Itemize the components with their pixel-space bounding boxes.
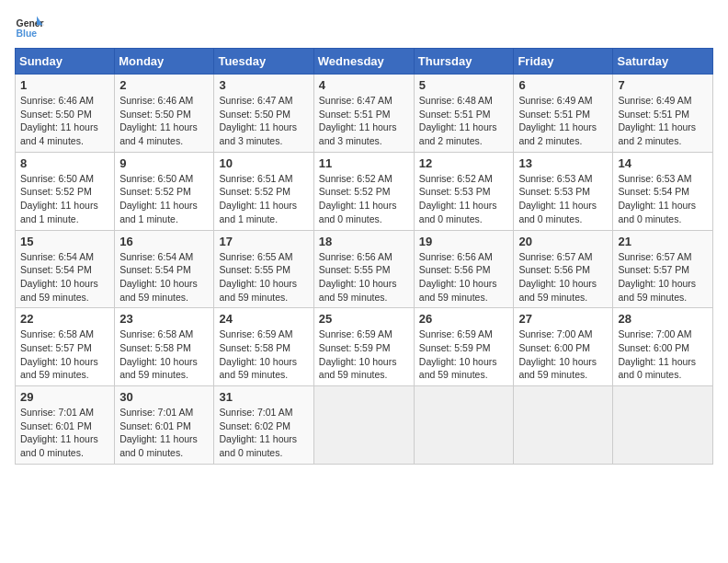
calendar-cell: 21Sunrise: 6:57 AMSunset: 5:57 PMDayligh… <box>613 230 713 308</box>
day-info: Sunrise: 6:49 AMSunset: 5:51 PMDaylight:… <box>618 94 708 148</box>
day-info: Sunrise: 6:59 AMSunset: 5:59 PMDaylight:… <box>419 327 509 382</box>
day-info: Sunrise: 6:57 AMSunset: 5:56 PMDaylight:… <box>518 250 608 304</box>
calendar-cell: 25Sunrise: 6:59 AMSunset: 5:59 PMDayligh… <box>313 308 414 386</box>
day-number: 14 <box>618 156 708 170</box>
day-info: Sunrise: 6:47 AMSunset: 5:51 PMDaylight:… <box>319 94 409 148</box>
calendar-cell: 11Sunrise: 6:52 AMSunset: 5:52 PMDayligh… <box>313 152 414 230</box>
day-number: 23 <box>119 312 209 326</box>
calendar-cell: 7Sunrise: 6:49 AMSunset: 5:51 PMDaylight… <box>613 75 713 153</box>
day-number: 18 <box>319 235 409 248</box>
day-info: Sunrise: 6:55 AMSunset: 5:55 PMDaylight:… <box>219 250 308 304</box>
svg-text:Blue: Blue <box>17 29 38 39</box>
week-row: 1Sunrise: 6:46 AMSunset: 5:50 PMDaylight… <box>16 75 713 153</box>
calendar-cell: 19Sunrise: 6:56 AMSunset: 5:56 PMDayligh… <box>414 230 514 308</box>
weekday-saturday: Saturday <box>613 49 713 75</box>
day-number: 20 <box>518 235 608 248</box>
day-info: Sunrise: 6:56 AMSunset: 5:55 PMDaylight:… <box>319 250 409 304</box>
week-row: 22Sunrise: 6:58 AMSunset: 5:57 PMDayligh… <box>16 308 713 386</box>
calendar-cell: 12Sunrise: 6:52 AMSunset: 5:53 PMDayligh… <box>414 152 514 230</box>
day-number: 29 <box>20 390 109 404</box>
day-info: Sunrise: 7:01 AMSunset: 6:01 PMDaylight:… <box>119 406 209 460</box>
calendar-cell: 30Sunrise: 7:01 AMSunset: 6:01 PMDayligh… <box>115 386 214 465</box>
weekday-thursday: Thursday <box>414 49 514 75</box>
day-number: 24 <box>219 312 308 326</box>
calendar-cell: 1Sunrise: 6:46 AMSunset: 5:50 PMDaylight… <box>16 75 115 153</box>
week-row: 8Sunrise: 6:50 AMSunset: 5:52 PMDaylight… <box>16 152 713 230</box>
day-info: Sunrise: 6:50 AMSunset: 5:52 PMDaylight:… <box>20 172 109 226</box>
day-info: Sunrise: 6:59 AMSunset: 5:59 PMDaylight:… <box>319 327 409 382</box>
day-info: Sunrise: 6:57 AMSunset: 5:57 PMDaylight:… <box>618 250 708 304</box>
day-info: Sunrise: 6:48 AMSunset: 5:51 PMDaylight:… <box>419 94 509 148</box>
day-info: Sunrise: 6:46 AMSunset: 5:50 PMDaylight:… <box>119 94 209 148</box>
calendar: SundayMondayTuesdayWednesdayThursdayFrid… <box>15 48 713 465</box>
calendar-cell <box>313 386 414 465</box>
day-number: 4 <box>319 78 409 92</box>
calendar-cell: 10Sunrise: 6:51 AMSunset: 5:52 PMDayligh… <box>214 152 313 230</box>
weekday-tuesday: Tuesday <box>214 49 313 75</box>
weekday-wednesday: Wednesday <box>313 49 414 75</box>
day-number: 26 <box>419 312 509 326</box>
day-number: 25 <box>319 312 409 326</box>
day-number: 13 <box>518 156 608 170</box>
week-row: 29Sunrise: 7:01 AMSunset: 6:01 PMDayligh… <box>16 386 713 465</box>
calendar-cell: 15Sunrise: 6:54 AMSunset: 5:54 PMDayligh… <box>16 230 115 308</box>
day-info: Sunrise: 6:50 AMSunset: 5:52 PMDaylight:… <box>119 172 209 226</box>
day-info: Sunrise: 6:59 AMSunset: 5:58 PMDaylight:… <box>219 327 308 382</box>
day-number: 3 <box>219 78 308 92</box>
day-info: Sunrise: 6:53 AMSunset: 5:53 PMDaylight:… <box>518 172 608 226</box>
weekday-friday: Friday <box>514 49 613 75</box>
day-number: 11 <box>319 156 409 170</box>
day-number: 27 <box>518 312 608 326</box>
calendar-cell: 29Sunrise: 7:01 AMSunset: 6:01 PMDayligh… <box>16 386 115 465</box>
day-info: Sunrise: 7:00 AMSunset: 6:00 PMDaylight:… <box>618 327 708 382</box>
weekday-monday: Monday <box>115 49 214 75</box>
calendar-cell: 14Sunrise: 6:53 AMSunset: 5:54 PMDayligh… <box>613 152 713 230</box>
calendar-cell: 6Sunrise: 6:49 AMSunset: 5:51 PMDaylight… <box>514 75 613 153</box>
day-number: 31 <box>219 390 308 404</box>
day-number: 19 <box>419 235 509 248</box>
calendar-cell: 27Sunrise: 7:00 AMSunset: 6:00 PMDayligh… <box>514 308 613 386</box>
day-number: 28 <box>618 312 708 326</box>
day-number: 2 <box>119 78 209 92</box>
calendar-body: 1Sunrise: 6:46 AMSunset: 5:50 PMDaylight… <box>16 75 713 465</box>
header: General Blue <box>15 15 713 40</box>
day-info: Sunrise: 6:54 AMSunset: 5:54 PMDaylight:… <box>119 250 209 304</box>
week-row: 15Sunrise: 6:54 AMSunset: 5:54 PMDayligh… <box>16 230 713 308</box>
calendar-cell: 3Sunrise: 6:47 AMSunset: 5:50 PMDaylight… <box>214 75 313 153</box>
day-number: 16 <box>119 235 209 248</box>
logo: General Blue <box>15 15 44 40</box>
calendar-cell: 4Sunrise: 6:47 AMSunset: 5:51 PMDaylight… <box>313 75 414 153</box>
calendar-cell: 31Sunrise: 7:01 AMSunset: 6:02 PMDayligh… <box>214 386 313 465</box>
calendar-cell: 8Sunrise: 6:50 AMSunset: 5:52 PMDaylight… <box>16 152 115 230</box>
day-info: Sunrise: 6:52 AMSunset: 5:53 PMDaylight:… <box>419 172 509 226</box>
day-info: Sunrise: 7:01 AMSunset: 6:01 PMDaylight:… <box>20 406 109 460</box>
day-info: Sunrise: 6:49 AMSunset: 5:51 PMDaylight:… <box>518 94 608 148</box>
calendar-cell: 24Sunrise: 6:59 AMSunset: 5:58 PMDayligh… <box>214 308 313 386</box>
day-info: Sunrise: 6:58 AMSunset: 5:58 PMDaylight:… <box>119 327 209 382</box>
day-info: Sunrise: 6:54 AMSunset: 5:54 PMDaylight:… <box>20 250 109 304</box>
day-number: 15 <box>20 235 109 248</box>
calendar-cell <box>414 386 514 465</box>
day-number: 6 <box>518 78 608 92</box>
day-info: Sunrise: 6:56 AMSunset: 5:56 PMDaylight:… <box>419 250 509 304</box>
calendar-cell: 22Sunrise: 6:58 AMSunset: 5:57 PMDayligh… <box>16 308 115 386</box>
day-info: Sunrise: 7:00 AMSunset: 6:00 PMDaylight:… <box>518 327 608 382</box>
day-number: 21 <box>618 235 708 248</box>
weekday-header: SundayMondayTuesdayWednesdayThursdayFrid… <box>16 49 713 75</box>
day-info: Sunrise: 6:46 AMSunset: 5:50 PMDaylight:… <box>20 94 109 148</box>
day-info: Sunrise: 6:52 AMSunset: 5:52 PMDaylight:… <box>319 172 409 226</box>
day-info: Sunrise: 6:53 AMSunset: 5:54 PMDaylight:… <box>618 172 708 226</box>
calendar-cell: 2Sunrise: 6:46 AMSunset: 5:50 PMDaylight… <box>115 75 214 153</box>
day-info: Sunrise: 7:01 AMSunset: 6:02 PMDaylight:… <box>219 406 308 460</box>
calendar-cell: 18Sunrise: 6:56 AMSunset: 5:55 PMDayligh… <box>313 230 414 308</box>
calendar-cell: 16Sunrise: 6:54 AMSunset: 5:54 PMDayligh… <box>115 230 214 308</box>
day-number: 1 <box>20 78 109 92</box>
day-number: 10 <box>219 156 308 170</box>
calendar-cell: 26Sunrise: 6:59 AMSunset: 5:59 PMDayligh… <box>414 308 514 386</box>
day-info: Sunrise: 6:51 AMSunset: 5:52 PMDaylight:… <box>219 172 308 226</box>
day-info: Sunrise: 6:47 AMSunset: 5:50 PMDaylight:… <box>219 94 308 148</box>
calendar-cell: 13Sunrise: 6:53 AMSunset: 5:53 PMDayligh… <box>514 152 613 230</box>
calendar-cell: 9Sunrise: 6:50 AMSunset: 5:52 PMDaylight… <box>115 152 214 230</box>
day-number: 22 <box>20 312 109 326</box>
calendar-cell: 5Sunrise: 6:48 AMSunset: 5:51 PMDaylight… <box>414 75 514 153</box>
